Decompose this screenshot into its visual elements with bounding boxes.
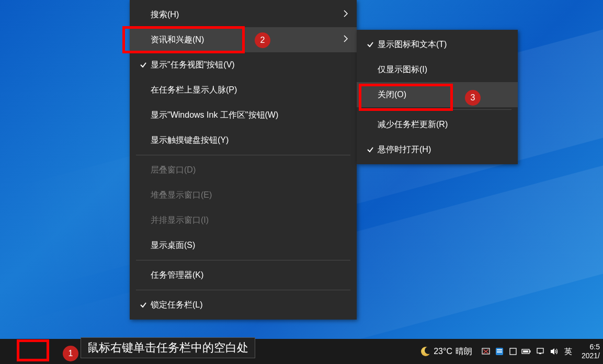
menu-item-search[interactable]: 搜索(H) xyxy=(130,2,357,27)
menu-label: 在任务栏上显示人脉(P) xyxy=(151,85,348,96)
submenu-item-reduce-updates[interactable]: 减少任务栏更新(R) xyxy=(357,112,518,137)
menu-label: 并排显示窗口(I) xyxy=(151,215,348,226)
svg-rect-3 xyxy=(497,351,502,352)
check-icon xyxy=(363,41,378,48)
menu-item-show-desktop[interactable]: 显示桌面(S) xyxy=(130,233,357,258)
weather-widget[interactable]: 23°C 晴朗 xyxy=(416,346,477,357)
annotation-box-3 xyxy=(359,84,453,111)
menu-item-task-view[interactable]: 显示"任务视图"按钮(V) xyxy=(130,52,357,77)
app-tray-icon[interactable] xyxy=(494,346,505,357)
submenu-item-icon-only[interactable]: 仅显示图标(I) xyxy=(357,57,518,82)
svg-rect-2 xyxy=(497,349,502,350)
menu-item-stacked: 堆叠显示窗口(E) xyxy=(130,183,357,208)
svg-rect-9 xyxy=(539,353,541,354)
svg-rect-7 xyxy=(523,350,528,352)
menu-item-people[interactable]: 在任务栏上显示人脉(P) xyxy=(130,77,357,103)
menu-label: 搜索(H) xyxy=(151,9,338,20)
menu-item-touch-keyboard[interactable]: 显示触摸键盘按钮(Y) xyxy=(130,128,357,153)
annotation-box-2 xyxy=(122,26,245,53)
moon-icon xyxy=(421,347,430,356)
annotation-box-1 xyxy=(17,339,49,361)
clock-time: 6:5 xyxy=(582,343,600,351)
security-icon[interactable] xyxy=(481,346,491,357)
menu-item-sidebyside: 并排显示窗口(I) xyxy=(130,208,357,233)
menu-label: 显示"Windows Ink 工作区"按钮(W) xyxy=(151,110,348,121)
submenu-item-hover-open[interactable]: 悬停时打开(H) xyxy=(357,137,518,162)
menu-label: 悬停时打开(H) xyxy=(378,144,509,155)
ime-indicator[interactable]: 英 xyxy=(562,346,574,357)
clock-date: 2021/ xyxy=(582,351,600,360)
weather-cond: 晴朗 xyxy=(456,346,472,357)
menu-item-ink-workspace[interactable]: 显示"Windows Ink 工作区"按钮(W) xyxy=(130,103,357,128)
menu-separator xyxy=(136,260,350,260)
battery-icon[interactable] xyxy=(521,346,532,357)
menu-label: 任务管理器(K) xyxy=(151,270,348,281)
menu-item-cascade: 层叠窗口(D) xyxy=(130,157,357,183)
check-icon xyxy=(363,146,378,153)
menu-label: 减少任务栏更新(R) xyxy=(378,119,509,130)
tray-overflow-icon[interactable] xyxy=(508,346,518,357)
menu-label: 层叠窗口(D) xyxy=(151,165,348,176)
menu-label: 显示桌面(S) xyxy=(151,240,348,251)
menu-label: 锁定任务栏(L) xyxy=(151,300,348,311)
menu-item-task-manager[interactable]: 任务管理器(K) xyxy=(130,263,357,288)
menu-label: 显示"任务视图"按钮(V) xyxy=(151,60,348,71)
network-icon[interactable] xyxy=(535,346,545,357)
clock[interactable]: 6:5 2021/ xyxy=(577,343,601,360)
menu-item-lock-taskbar[interactable]: 锁定任务栏(L) xyxy=(130,292,357,317)
check-icon xyxy=(136,301,151,309)
step-badge-1: 1 xyxy=(63,346,78,361)
instruction-tooltip: 鼠标右键单击任务栏中的空白处 xyxy=(81,337,255,358)
menu-label: 显示触摸键盘按钮(Y) xyxy=(151,135,348,146)
chevron-right-icon xyxy=(338,35,348,46)
svg-rect-6 xyxy=(529,350,530,352)
menu-separator xyxy=(136,290,350,290)
menu-label: 堆叠显示窗口(E) xyxy=(151,190,348,201)
menu-label: 显示图标和文本(T) xyxy=(378,39,509,50)
step-badge-2: 2 xyxy=(255,32,270,48)
svg-rect-8 xyxy=(537,348,543,353)
submenu-item-icon-text[interactable]: 显示图标和文本(T) xyxy=(357,32,518,57)
volume-icon[interactable] xyxy=(549,346,559,357)
step-badge-3: 3 xyxy=(465,90,481,106)
menu-separator xyxy=(136,155,350,155)
svg-rect-4 xyxy=(510,348,516,355)
menu-label: 仅显示图标(I) xyxy=(378,64,509,75)
chevron-right-icon xyxy=(338,9,348,20)
check-icon xyxy=(136,61,151,69)
weather-temp: 23°C xyxy=(434,347,452,356)
